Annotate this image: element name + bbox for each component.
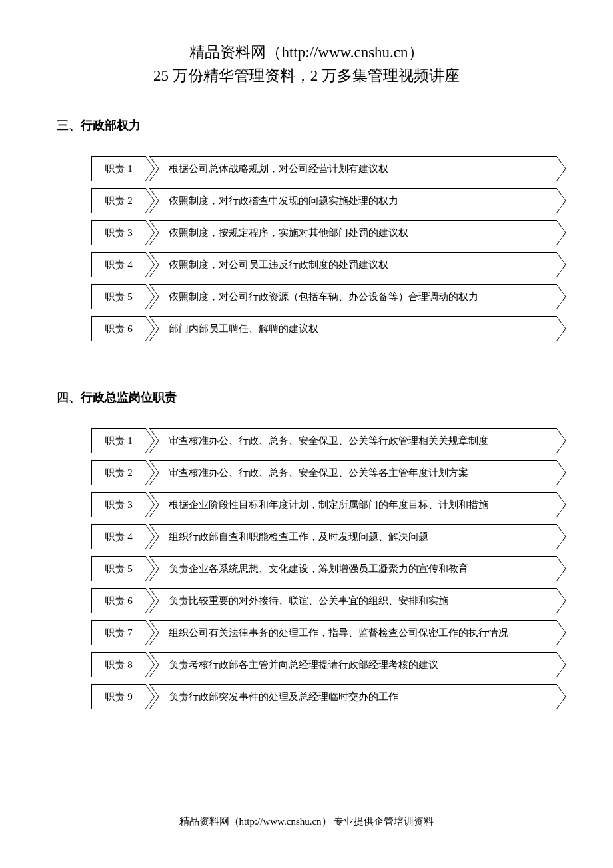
duty-tag: 职责 4: [91, 252, 146, 277]
duty-row: 职责 7组织公司有关法律事务的处理工作，指导、监督检查公司保密工作的执行情况: [91, 620, 556, 645]
duty-desc: 依照制度，对行政稽查中发现的问题实施处理的权力: [150, 188, 556, 213]
section3-rows: 职责 1根据公司总体战略规划，对公司经营计划有建议权职责 2依照制度，对行政稽查…: [91, 156, 556, 341]
duty-desc-text: 依照制度，对公司行政资源（包括车辆、办公设备等）合理调动的权力: [169, 291, 478, 303]
duty-desc: 审查核准办公、行政、总务、安全保卫、公关等各主管年度计划方案: [150, 460, 556, 485]
duty-desc-text: 依照制度，对行政稽查中发现的问题实施处理的权力: [169, 195, 398, 207]
duty-tag: 职责 2: [91, 460, 146, 485]
duty-row: 职责 4依照制度，对公司员工违反行政制度的处罚建议权: [91, 252, 556, 277]
duty-desc-text: 根据公司总体战略规划，对公司经营计划有建议权: [169, 163, 388, 175]
duty-desc-text: 审查核准办公、行政、总务、安全保卫、公关等各主管年度计划方案: [169, 467, 468, 479]
duty-desc-text: 部门内部员工聘任、解聘的建议权: [169, 323, 318, 335]
duty-row: 职责 5依照制度，对公司行政资源（包括车辆、办公设备等）合理调动的权力: [91, 284, 556, 309]
section4-heading: 四、行政总监岗位职责: [57, 389, 556, 405]
duty-row: 职责 9负责行政部突发事件的处理及总经理临时交办的工作: [91, 684, 556, 709]
duty-tag: 职责 3: [91, 220, 146, 245]
duty-desc: 组织行政部自查和职能检查工作，及时发现问题、解决问题: [150, 524, 556, 549]
duty-desc-text: 根据企业阶段性目标和年度计划，制定所属部门的年度目标、计划和措施: [169, 499, 488, 511]
duty-desc-text: 负责考核行政部各主管并向总经理提请行政部经理考核的建议: [169, 659, 438, 671]
duty-row: 职责 5负责企业各系统思想、文化建设，筹划增强员工凝聚力的宣传和教育: [91, 556, 556, 581]
duty-desc-text: 负责企业各系统思想、文化建设，筹划增强员工凝聚力的宣传和教育: [169, 563, 468, 575]
duty-row: 职责 2审查核准办公、行政、总务、安全保卫、公关等各主管年度计划方案: [91, 460, 556, 485]
duty-desc-text: 负责比较重要的对外接待、联谊、公关事宜的组织、安排和实施: [169, 595, 448, 607]
duty-row: 职责 1审查核准办公、行政、总务、安全保卫、公关等行政管理相关关规章制度: [91, 428, 556, 453]
section3-heading: 三、行政部权力: [57, 117, 556, 133]
content-area: 三、行政部权力 职责 1根据公司总体战略规划，对公司经营计划有建议权职责 2依照…: [0, 117, 613, 709]
duty-tag: 职责 6: [91, 588, 146, 613]
duty-desc: 依照制度，对公司行政资源（包括车辆、办公设备等）合理调动的权力: [150, 284, 556, 309]
duty-row: 职责 3根据企业阶段性目标和年度计划，制定所属部门的年度目标、计划和措施: [91, 492, 556, 517]
duty-desc: 审查核准办公、行政、总务、安全保卫、公关等行政管理相关关规章制度: [150, 428, 556, 453]
duty-tag: 职责 7: [91, 620, 146, 645]
duty-desc-text: 依照制度，对公司员工违反行政制度的处罚建议权: [169, 259, 388, 271]
duty-desc-text: 组织公司有关法律事务的处理工作，指导、监督检查公司保密工作的执行情况: [169, 627, 508, 639]
duty-tag: 职责 9: [91, 684, 146, 709]
duty-desc: 部门内部员工聘任、解聘的建议权: [150, 316, 556, 341]
duty-tag: 职责 5: [91, 284, 146, 309]
duty-row: 职责 4组织行政部自查和职能检查工作，及时发现问题、解决问题: [91, 524, 556, 549]
duty-row: 职责 8负责考核行政部各主管并向总经理提请行政部经理考核的建议: [91, 652, 556, 677]
page-header: 精品资料网（http://www.cnshu.cn） 25 万份精华管理资料，2…: [0, 0, 613, 87]
duty-row: 职责 3依照制度，按规定程序，实施对其他部门处罚的建议权: [91, 220, 556, 245]
duty-desc: 组织公司有关法律事务的处理工作，指导、监督检查公司保密工作的执行情况: [150, 620, 556, 645]
duty-desc: 依照制度，对公司员工违反行政制度的处罚建议权: [150, 252, 556, 277]
duty-desc: 负责行政部突发事件的处理及总经理临时交办的工作: [150, 684, 556, 709]
section4-rows: 职责 1审查核准办公、行政、总务、安全保卫、公关等行政管理相关关规章制度职责 2…: [91, 428, 556, 709]
duty-desc: 负责比较重要的对外接待、联谊、公关事宜的组织、安排和实施: [150, 588, 556, 613]
header-line2: 25 万份精华管理资料，2 万多集管理视频讲座: [0, 65, 613, 88]
header-line1: 精品资料网（http://www.cnshu.cn）: [0, 41, 613, 65]
duty-row: 职责 2依照制度，对行政稽查中发现的问题实施处理的权力: [91, 188, 556, 213]
duty-tag: 职责 1: [91, 428, 146, 453]
duty-tag: 职责 2: [91, 188, 146, 213]
duty-tag: 职责 4: [91, 524, 146, 549]
page-footer: 精品资料网（http://www.cnshu.cn） 专业提供企管培训资料: [0, 815, 613, 828]
duty-desc: 根据公司总体战略规划，对公司经营计划有建议权: [150, 156, 556, 181]
duty-tag: 职责 6: [91, 316, 146, 341]
duty-desc: 根据企业阶段性目标和年度计划，制定所属部门的年度目标、计划和措施: [150, 492, 556, 517]
duty-desc-text: 依照制度，按规定程序，实施对其他部门处罚的建议权: [169, 227, 408, 239]
duty-tag: 职责 3: [91, 492, 146, 517]
duty-desc-text: 审查核准办公、行政、总务、安全保卫、公关等行政管理相关关规章制度: [169, 435, 488, 447]
duty-tag: 职责 5: [91, 556, 146, 581]
duty-desc: 负责企业各系统思想、文化建设，筹划增强员工凝聚力的宣传和教育: [150, 556, 556, 581]
duty-row: 职责 6部门内部员工聘任、解聘的建议权: [91, 316, 556, 341]
duty-tag: 职责 1: [91, 156, 146, 181]
duty-desc-text: 负责行政部突发事件的处理及总经理临时交办的工作: [169, 691, 398, 703]
duty-row: 职责 1根据公司总体战略规划，对公司经营计划有建议权: [91, 156, 556, 181]
duty-desc: 依照制度，按规定程序，实施对其他部门处罚的建议权: [150, 220, 556, 245]
duty-desc: 负责考核行政部各主管并向总经理提请行政部经理考核的建议: [150, 652, 556, 677]
duty-desc-text: 组织行政部自查和职能检查工作，及时发现问题、解决问题: [169, 531, 428, 543]
duty-tag: 职责 8: [91, 652, 146, 677]
duty-row: 职责 6负责比较重要的对外接待、联谊、公关事宜的组织、安排和实施: [91, 588, 556, 613]
header-rule: [57, 93, 556, 93]
